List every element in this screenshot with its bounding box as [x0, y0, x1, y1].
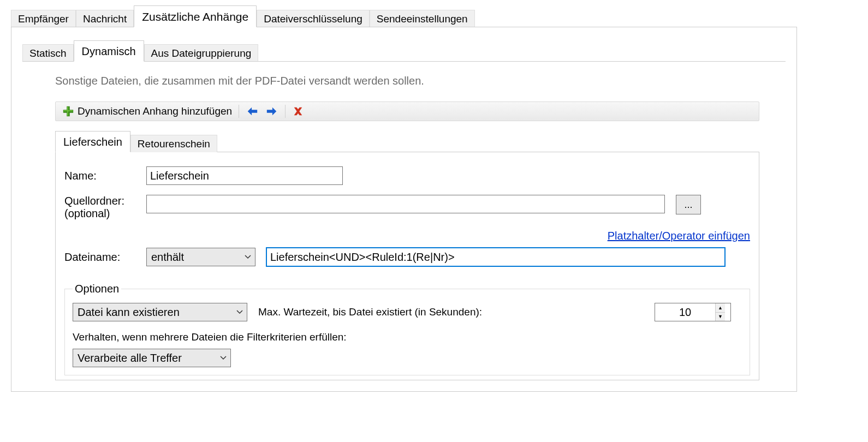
max-wait-spinner[interactable]: ▲ ▼ [655, 303, 731, 321]
add-attachment-label: Dynamischen Anhang hinzufügen [78, 105, 232, 117]
source-folder-input[interactable] [146, 195, 665, 213]
move-right-button[interactable] [262, 104, 282, 118]
attachment-tab-retourenschein[interactable]: Retourenschein [130, 135, 217, 152]
info-text: Sonstige Dateien, die zusammen mit der P… [22, 75, 786, 87]
name-label: Name: [64, 170, 146, 182]
max-wait-label: Max. Wartezeit, bis Datei existiert (in … [258, 306, 482, 318]
attachment-tab-lieferschein[interactable]: Lieferschein [55, 131, 130, 152]
main-panel: Statisch Dynamisch Aus Dateigruppierung … [11, 27, 797, 392]
source-folder-label: Quellordner: [64, 195, 146, 207]
options-legend: Optionen [73, 283, 121, 295]
plus-icon [62, 105, 74, 117]
add-attachment-button[interactable]: Dynamischen Anhang hinzufügen [59, 104, 235, 118]
move-left-button[interactable] [242, 104, 262, 118]
subtab-aus-dateigruppierung[interactable]: Aus Dateigruppierung [144, 44, 259, 62]
name-input[interactable] [146, 166, 343, 185]
subtab-statisch[interactable]: Statisch [22, 44, 74, 62]
tab-zusaetzliche-anhaenge[interactable]: Zusätzliche Anhänge [134, 5, 257, 27]
filename-label: Dateiname: [64, 251, 146, 264]
delete-attachment-button[interactable] [289, 104, 307, 118]
file-existence-select[interactable]: Datei kann existieren [73, 303, 247, 321]
subtab-dynamisch[interactable]: Dynamisch [74, 40, 144, 62]
multi-behavior-select[interactable]: Verarbeite alle Treffer [73, 349, 231, 367]
browse-folder-button[interactable]: ... [676, 195, 701, 214]
main-tab-strip: Empfänger Nachricht Zusätzliche Anhänge … [11, 5, 868, 27]
attachment-toolbar: Dynamischen Anhang hinzufügen [55, 101, 759, 121]
attachment-tab-strip: Lieferschein Retourenschein [55, 131, 786, 152]
tab-nachricht[interactable]: Nachricht [76, 10, 134, 27]
filename-pattern-input[interactable] [266, 248, 725, 266]
sub-panel: Sonstige Dateien, die zusammen mit der P… [22, 61, 786, 386]
match-mode-select[interactable]: enthält [146, 248, 255, 266]
svg-rect-3 [64, 110, 73, 111]
insert-placeholder-link[interactable]: Platzhalter/Operator einfügen [608, 230, 750, 242]
tab-empfaenger[interactable]: Empfänger [11, 10, 76, 27]
toolbar-separator [239, 105, 239, 118]
source-folder-optional-label: (optional) [64, 207, 146, 220]
arrow-left-icon [246, 105, 259, 117]
multi-behavior-label: Verhalten, wenn mehrere Dateien die Filt… [73, 331, 347, 343]
max-wait-input[interactable] [655, 303, 715, 321]
spinner-down-button[interactable]: ▼ [716, 313, 725, 321]
spinner-up-button[interactable]: ▲ [716, 303, 725, 313]
options-fieldset: Optionen Datei kann existieren Max. Wart… [64, 283, 750, 375]
arrow-right-icon [265, 105, 278, 117]
sub-tab-strip: Statisch Dynamisch Aus Dateigruppierung [22, 40, 786, 62]
attachment-form-panel: Name: Quellordner: (optional) ... Platzh… [55, 152, 759, 380]
toolbar-separator-2 [285, 105, 286, 118]
tab-sendeeinstellungen[interactable]: Sendeeinstellungen [370, 10, 475, 27]
x-icon [292, 105, 304, 117]
tab-dateiverschluesselung[interactable]: Dateiverschlüsselung [257, 10, 370, 27]
